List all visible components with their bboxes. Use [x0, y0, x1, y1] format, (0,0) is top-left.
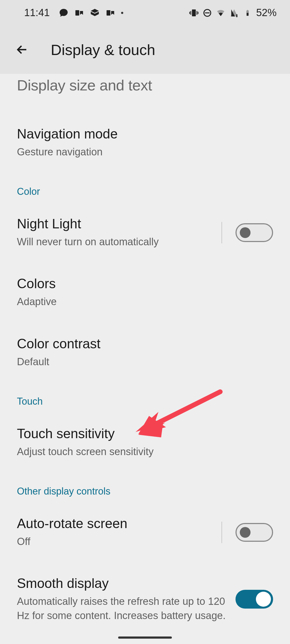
setting-title: Navigation mode	[17, 126, 273, 142]
setting-text: Night Light Will never turn on automatic…	[17, 216, 216, 249]
night-light-toggle[interactable]	[235, 223, 273, 242]
header: Display & touch	[0, 25, 290, 74]
setting-smooth-display[interactable]: Smooth display Automatically raises the …	[17, 562, 273, 636]
more-notifications-dot	[121, 12, 123, 14]
box-icon	[90, 8, 100, 18]
setting-subtitle: Adaptive	[17, 295, 273, 309]
content: Display size and text Navigation mode Ge…	[0, 76, 290, 636]
status-right: 52%	[189, 7, 277, 19]
toggle-knob	[240, 527, 251, 538]
setting-title: Auto-rotate screen	[17, 516, 216, 531]
toggle-knob	[240, 227, 251, 238]
dnd-icon	[202, 8, 212, 18]
section-other: Other display controls	[17, 472, 273, 502]
status-time: 11:41	[24, 7, 50, 19]
vibrate-icon	[189, 8, 199, 18]
setting-subtitle: Will never turn on automatically	[17, 235, 216, 249]
setting-title: Touch sensitivity	[17, 426, 273, 441]
divider	[222, 222, 222, 243]
outlook-icon-2	[106, 8, 115, 18]
outlook-icon	[74, 8, 84, 18]
setting-title: Color contrast	[17, 336, 273, 352]
setting-auto-rotate[interactable]: Auto-rotate screen Off	[17, 502, 273, 562]
battery-percent: 52%	[256, 7, 277, 19]
setting-colors[interactable]: Colors Adaptive	[17, 262, 273, 322]
divider	[222, 522, 222, 543]
auto-rotate-toggle[interactable]	[235, 523, 273, 542]
setting-subtitle: Gesture navigation	[17, 145, 273, 159]
setting-title: Colors	[17, 276, 273, 291]
setting-text: Smooth display Automatically raises the …	[17, 576, 230, 623]
toggle-knob	[256, 592, 271, 607]
setting-subtitle: Automatically raises the refresh rate up…	[17, 594, 226, 623]
setting-title: Night Light	[17, 216, 216, 232]
nav-indicator[interactable]	[118, 636, 172, 639]
setting-touch-sensitivity[interactable]: Touch sensitivity Adjust touch screen se…	[17, 412, 273, 472]
svg-rect-4	[236, 14, 237, 17]
arrow-left-icon	[16, 43, 28, 56]
setting-navigation-mode[interactable]: Navigation mode Gesture navigation	[17, 113, 273, 173]
setting-subtitle: Adjust touch screen sensitivity	[17, 445, 273, 459]
wifi-icon	[216, 8, 226, 18]
setting-title: Smooth display	[17, 576, 230, 591]
setting-color-contrast[interactable]: Color contrast Default	[17, 323, 273, 382]
section-color: Color	[17, 173, 273, 203]
signal-icon	[229, 8, 239, 18]
smooth-display-toggle[interactable]	[235, 590, 273, 609]
setting-subtitle: Off	[17, 535, 216, 549]
page-title: Display & touch	[51, 41, 155, 58]
chat-icon	[59, 8, 68, 18]
setting-text: Auto-rotate screen Off	[17, 516, 216, 549]
back-button[interactable]	[15, 42, 29, 57]
section-touch: Touch	[17, 382, 273, 412]
status-left: 11:41	[24, 7, 123, 19]
setting-night-light[interactable]: Night Light Will never turn on automatic…	[17, 203, 273, 262]
setting-subtitle: Default	[17, 355, 273, 369]
svg-rect-1	[107, 10, 110, 16]
setting-display-size-partial[interactable]: Display size and text	[17, 76, 273, 94]
svg-rect-0	[75, 10, 79, 16]
status-bar: 11:41 52%	[0, 0, 290, 25]
battery-icon	[243, 8, 252, 18]
